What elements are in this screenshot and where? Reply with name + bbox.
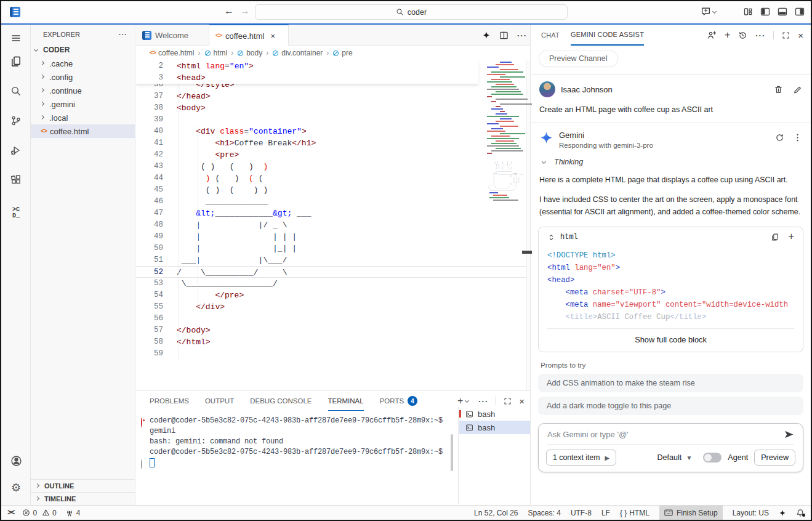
nav-back-icon[interactable]: ←	[224, 6, 234, 17]
collapse-expand-icon[interactable]	[547, 233, 555, 241]
settings-gear-icon[interactable]: ⚙	[1, 475, 31, 500]
code-line[interactable]: 40 <div class="container">	[136, 126, 527, 137]
continue-extension-icon[interactable]: >CD_	[1, 201, 31, 225]
tree-item-folder[interactable]: .continue	[31, 84, 135, 97]
tab-chat[interactable]: CHAT	[541, 25, 560, 46]
accounts-icon[interactable]	[707, 30, 717, 40]
outline-section[interactable]: OUTLINE	[31, 479, 135, 492]
panel-tab-debug-console[interactable]: DEBUG CONSOLE	[250, 391, 312, 411]
nav-forward-icon[interactable]: →	[240, 6, 250, 17]
explorer-more-icon[interactable]: ···	[119, 31, 127, 38]
tree-item-coffee-html[interactable]: <> coffee.html	[31, 124, 135, 138]
run-debug-icon[interactable]	[1, 138, 31, 163]
terminal-scrollbar[interactable]	[451, 434, 453, 471]
panel-more-icon[interactable]: ···	[478, 397, 488, 406]
context-items-button[interactable]: 1 context item▶	[546, 450, 616, 466]
explorer-activity-icon[interactable]	[1, 49, 31, 74]
command-search-input[interactable]: coder	[255, 4, 568, 20]
show-full-code-button[interactable]: Show full code block	[547, 328, 794, 352]
split-editor-icon[interactable]	[499, 31, 509, 40]
prompt-suggestion[interactable]: Add a dark mode toggle to this page	[538, 397, 803, 415]
editor-more-icon[interactable]: ···	[517, 31, 527, 40]
agent-toggle[interactable]	[703, 453, 722, 462]
code-line[interactable]: 55 </div>	[136, 301, 527, 313]
code-line[interactable]: 57</body>	[136, 325, 527, 336]
copy-code-icon[interactable]	[771, 233, 779, 241]
code-line[interactable]: 37</head>	[136, 91, 527, 102]
code-line[interactable]: 59	[136, 348, 527, 360]
eol[interactable]: LF	[601, 509, 610, 517]
code-line[interactable]: 42 <pre>	[136, 149, 527, 161]
code-line[interactable]: 44 ) ( ) ( (	[136, 172, 527, 184]
layout-indicator[interactable]: Layout: US	[733, 509, 769, 517]
customize-layout-icon[interactable]	[743, 7, 753, 17]
finish-setup-button[interactable]: Finish Setup	[659, 506, 723, 520]
toggle-panel-icon[interactable]	[778, 7, 787, 17]
chat-more-icon[interactable]: ···	[755, 31, 765, 40]
code-line[interactable]: 47 &lt;____________&gt; ___	[136, 208, 527, 219]
code-line[interactable]: 58</html>	[136, 336, 527, 348]
timeline-section[interactable]: TIMELINE	[31, 492, 135, 505]
indentation[interactable]: Spaces: 4	[528, 509, 561, 517]
prompt-suggestion[interactable]: Add CSS animation to make the steam rise	[538, 374, 803, 392]
regenerate-icon[interactable]	[775, 133, 784, 142]
panel-tab-terminal[interactable]: TERMINAL	[328, 391, 364, 411]
problems-status[interactable]: 0 0	[22, 509, 56, 517]
extensions-icon[interactable]	[1, 168, 31, 192]
code-line[interactable]: 49 | | | |	[136, 231, 527, 243]
tab-welcome[interactable]: Welcome	[136, 25, 209, 46]
tab-coffee-html[interactable]: <> coffee.html ×	[209, 25, 289, 46]
close-chat-icon[interactable]: ×	[798, 30, 803, 41]
code-line[interactable]: 38<body>	[136, 102, 527, 114]
code-line[interactable]: 54 </pre>	[136, 289, 527, 301]
code-line[interactable]: 39	[136, 114, 527, 126]
new-terminal-button[interactable]: +	[457, 395, 471, 406]
sparkle-actions-icon[interactable]	[482, 31, 491, 39]
tree-item-folder[interactable]: .config	[31, 70, 135, 84]
search-activity-icon[interactable]	[1, 79, 31, 103]
code-line[interactable]: 56	[136, 313, 527, 325]
insert-code-icon[interactable]: +	[788, 233, 794, 241]
breadcrumb-pre[interactable]: pre	[332, 49, 352, 57]
chat-input[interactable]	[547, 430, 784, 439]
breadcrumb-body[interactable]: body	[237, 49, 262, 57]
tree-root-coder[interactable]: CODER	[31, 43, 135, 57]
encoding[interactable]: UTF-8	[571, 509, 592, 517]
code-line[interactable]: 43 ( ) ( ) )	[136, 161, 527, 172]
source-control-icon[interactable]	[1, 108, 31, 133]
code-editor[interactable]: 36 </style>37</head>38<body>3940 <div cl…	[136, 60, 532, 390]
menu-button[interactable]	[1, 26, 31, 50]
model-select[interactable]: Default▼	[657, 453, 692, 462]
delete-message-icon[interactable]	[774, 85, 783, 94]
code-line[interactable]: 41 <h1>Coffee Break</h1>	[136, 137, 527, 149]
tree-item-folder[interactable]: .gemini	[31, 97, 135, 111]
kebab-menu-icon[interactable]	[793, 133, 802, 142]
minimap[interactable]: ( ) ( ) ) ) ( ) ( ( ( ) ( ) ) __________…	[487, 62, 526, 246]
notifications-bell[interactable]	[796, 509, 805, 517]
code-line[interactable]: 2<html lang="en">	[136, 60, 527, 72]
code-line[interactable]: 46 _____________	[136, 196, 527, 208]
remote-indicator[interactable]: ><	[7, 509, 14, 517]
code-line[interactable]: 51 ___| |\___/	[136, 254, 527, 266]
code-line[interactable]: 53 \__________________/	[136, 278, 527, 289]
new-chat-icon[interactable]: +	[725, 30, 730, 41]
code-line[interactable]: 50 | |_| |	[136, 243, 527, 254]
edit-message-icon[interactable]	[793, 85, 802, 94]
code-line[interactable]: 48 | |/ _ \	[136, 219, 527, 231]
toggle-primary-sidebar-icon[interactable]	[760, 7, 770, 17]
ports-status[interactable]: 4	[65, 509, 81, 517]
tab-gemini-code-assist[interactable]: GEMINI CODE ASSIST	[571, 25, 644, 46]
tree-item-folder[interactable]: .cache	[31, 57, 135, 70]
panel-tab-output[interactable]: OUTPUT	[205, 391, 234, 411]
account-icon[interactable]	[1, 448, 31, 473]
feedback-menu[interactable]	[701, 6, 718, 17]
history-icon[interactable]	[738, 31, 747, 40]
send-icon[interactable]	[784, 429, 794, 440]
close-tab-icon[interactable]: ×	[270, 31, 275, 41]
breadcrumb-div-container[interactable]: div.container	[272, 49, 323, 57]
code-line[interactable]: 3<head>	[136, 72, 527, 84]
close-panel-icon[interactable]: ×	[519, 396, 525, 406]
panel-tab-problems[interactable]: PROBLEMS	[150, 391, 189, 411]
code-line[interactable]: 45 ( ) ( ) )	[136, 184, 527, 196]
terminal-list-item[interactable]: bash	[459, 421, 531, 434]
